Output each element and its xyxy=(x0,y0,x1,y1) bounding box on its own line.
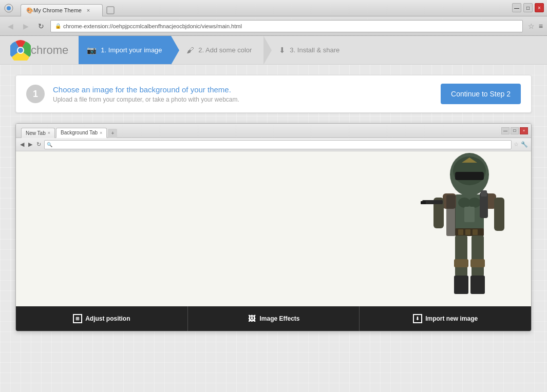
preview-navbar: ◀ ▶ ↻ 🔍 ☆ 🔧 xyxy=(16,138,531,151)
app-area: ◀ chrome 📷 1. Import your image 🖌 2. Add… xyxy=(0,36,547,392)
svg-rect-32 xyxy=(446,195,456,236)
svg-rect-15 xyxy=(464,207,475,222)
back-btn[interactable]: ◀ xyxy=(4,20,16,32)
step-number: 1 xyxy=(33,89,38,100)
chrome-label-text: chrome xyxy=(31,44,68,57)
step-tabs: 📷 1. Import your image 🖌 2. Add some col… xyxy=(79,36,547,64)
forward-btn[interactable]: ▶ xyxy=(20,20,32,32)
adjust-position-icon: ⊞ xyxy=(73,314,82,323)
svg-rect-34 xyxy=(481,190,487,197)
step-title: Choose an image for the background of yo… xyxy=(53,85,441,94)
window-icon xyxy=(4,4,13,13)
close-btn[interactable]: × xyxy=(535,3,544,12)
preview-back-btn[interactable]: ◀ xyxy=(19,140,25,149)
preview-tab-background[interactable]: Background Tab × xyxy=(56,128,107,138)
new-tab-btn[interactable] xyxy=(103,4,118,16)
boba-fett-image xyxy=(418,151,521,300)
preview-titlebar: New Tab × Background Tab × + — □ × xyxy=(16,124,531,138)
preview-bgtab-close-icon[interactable]: × xyxy=(100,130,102,135)
refresh-btn[interactable]: ↻ xyxy=(35,20,47,32)
nav-bar: ◀ ▶ ↻ 🔒 chrome-extension://oehpjpccmlcal… xyxy=(0,16,547,36)
step2-label: 2. Add some color xyxy=(198,46,252,54)
continue-step2-btn[interactable]: Continue to Step 2 xyxy=(441,84,521,104)
import-image-label: Import new image xyxy=(425,315,478,322)
preview-image-toolbar: ⊞ Adjust position 🖼 Image Effects ⬇ Impo… xyxy=(16,306,531,331)
svg-rect-27 xyxy=(471,236,484,277)
maximize-btn[interactable]: □ xyxy=(523,3,533,12)
content-area: 1 Choose an image for the background of … xyxy=(0,65,547,392)
address-bar[interactable]: 🔒 chrome-extension://oehpjpccmlcalbenfhn… xyxy=(50,20,523,32)
preview-address-bar[interactable]: 🔍 xyxy=(44,140,512,149)
step-info-text: Choose an image for the background of yo… xyxy=(53,85,441,103)
step1-label: 1. Import your image xyxy=(101,46,162,54)
preview-tab-strip: New Tab × Background Tab × + xyxy=(19,124,501,138)
window-controls: — □ × xyxy=(512,3,544,12)
preview-star-icon[interactable]: ☆ xyxy=(514,141,519,148)
svg-rect-2 xyxy=(107,7,114,14)
svg-rect-10 xyxy=(455,172,484,180)
step2-tab[interactable]: 🖌 2. Add some color xyxy=(171,36,263,64)
image-effects-btn[interactable]: 🖼 Image Effects xyxy=(188,306,360,331)
preview-new-tab-btn[interactable]: + xyxy=(108,129,117,138)
step-header: ◀ chrome 📷 1. Import your image 🖌 2. Add… xyxy=(0,36,547,65)
import-image-icon: ⬇ xyxy=(413,314,422,323)
chrome-logo-icon xyxy=(10,40,31,61)
preview-newtab-label: New Tab xyxy=(26,130,46,136)
svg-rect-23 xyxy=(458,229,463,235)
adjust-position-btn[interactable]: ⊞ Adjust position xyxy=(16,306,188,331)
svg-point-14 xyxy=(468,198,481,208)
menu-icon[interactable]: ≡ xyxy=(539,22,543,30)
step1-camera-icon: 📷 xyxy=(87,46,97,55)
preview-tools-icon[interactable]: 🔧 xyxy=(521,141,528,148)
browser-preview: New Tab × Background Tab × + — □ × xyxy=(15,123,532,331)
step3-download-icon: ⬇ xyxy=(279,46,286,55)
address-lock-icon: 🔒 xyxy=(55,23,61,29)
tab-close-btn[interactable]: × xyxy=(85,7,92,14)
step-subtitle: Upload a file from your computer, or tak… xyxy=(53,96,441,103)
title-tab-strip: 🎨 My Chrome Theme × xyxy=(16,0,543,16)
preview-bgtab-label: Background Tab xyxy=(61,130,98,135)
preview-search-icon: 🔍 xyxy=(47,142,52,147)
preview-refresh-btn[interactable]: ↻ xyxy=(35,140,42,149)
svg-point-7 xyxy=(18,48,23,53)
svg-rect-26 xyxy=(455,236,467,277)
import-new-image-btn[interactable]: ⬇ Import new image xyxy=(360,306,531,331)
preview-max-btn[interactable]: □ xyxy=(511,127,519,134)
image-effects-label: Image Effects xyxy=(259,315,299,322)
svg-rect-30 xyxy=(454,276,468,294)
title-bar: 🎨 My Chrome Theme × — □ × xyxy=(0,0,547,16)
svg-rect-24 xyxy=(465,229,470,235)
svg-rect-31 xyxy=(470,276,485,294)
preview-window-controls: — □ × xyxy=(501,127,528,134)
preview-tab-newtab[interactable]: New Tab × xyxy=(21,128,55,138)
step2-paint-icon: 🖌 xyxy=(186,46,194,54)
tab-title: My Chrome Theme xyxy=(33,7,82,13)
step1-tab[interactable]: 📷 1. Import your image xyxy=(79,36,171,64)
step-info-bar: 1 Choose an image for the background of … xyxy=(15,75,532,113)
step3-tab[interactable]: ⬇ 3. Install & share xyxy=(263,36,356,64)
image-effects-icon: 🖼 xyxy=(247,314,256,323)
svg-rect-29 xyxy=(470,259,485,267)
preview-content: ⊞ Adjust position 🖼 Image Effects ⬇ Impo… xyxy=(16,151,531,331)
minimize-btn[interactable]: — xyxy=(512,3,521,12)
svg-point-1 xyxy=(7,6,11,10)
tab-favicon: 🎨 xyxy=(26,7,33,14)
title-tab[interactable]: 🎨 My Chrome Theme × xyxy=(21,4,103,16)
preview-min-btn[interactable]: — xyxy=(501,127,510,134)
address-text: chrome-extension://oehpjpccmlcalbenfhnac… xyxy=(63,23,242,29)
adjust-position-label: Adjust position xyxy=(85,315,130,322)
svg-rect-21 xyxy=(494,198,504,231)
preview-close-btn[interactable]: × xyxy=(520,127,528,134)
bookmark-star-icon[interactable]: ☆ xyxy=(528,22,535,30)
chrome-logo: ◀ chrome xyxy=(0,40,79,61)
svg-rect-28 xyxy=(454,259,468,267)
step-number-circle: 1 xyxy=(26,85,45,103)
preview-newtab-close-icon[interactable]: × xyxy=(48,130,50,135)
svg-rect-25 xyxy=(473,229,478,235)
preview-forward-btn[interactable]: ▶ xyxy=(27,140,33,149)
step3-label: 3. Install & share xyxy=(290,46,339,54)
svg-rect-20 xyxy=(421,201,426,204)
